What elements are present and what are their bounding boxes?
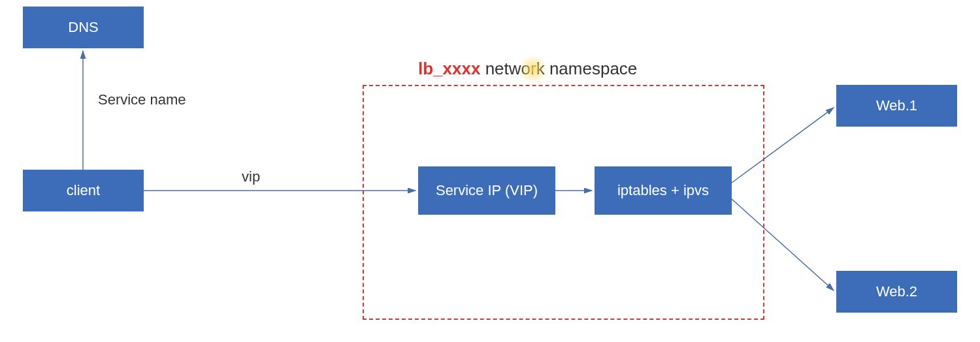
edge-label-vip: vip — [242, 168, 260, 185]
node-web1: Web.1 — [836, 85, 957, 127]
node-vip-label: Service IP (VIP) — [436, 182, 538, 199]
edge-label-service-name: Service name — [98, 91, 186, 108]
node-dns-label: DNS — [68, 19, 98, 36]
namespace-title-rest: network namespace — [480, 59, 637, 78]
node-client-label: client — [67, 182, 100, 199]
node-client: client — [23, 170, 144, 211]
node-iptables-label: iptables + ipvs — [617, 182, 709, 199]
node-web2-label: Web.2 — [876, 283, 917, 300]
node-dns: DNS — [23, 7, 144, 48]
namespace-title-accent: lb_xxxx — [418, 59, 480, 78]
node-vip: Service IP (VIP) — [418, 166, 555, 215]
node-web1-label: Web.1 — [876, 97, 917, 114]
namespace-title: lb_xxxx network namespace — [418, 59, 637, 79]
node-iptables: iptables + ipvs — [595, 166, 732, 215]
node-web2: Web.2 — [836, 271, 957, 313]
